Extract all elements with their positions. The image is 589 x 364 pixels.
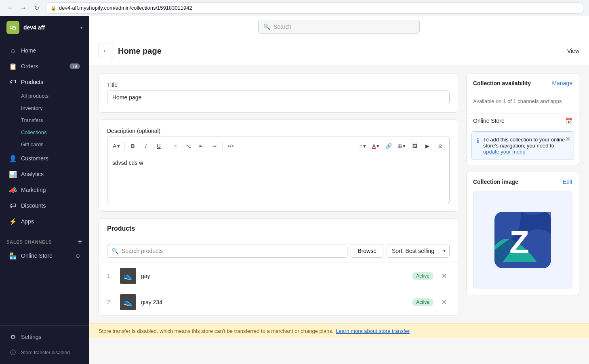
svg-text:👟: 👟	[124, 298, 133, 307]
page-header: ← Home page View	[89, 37, 589, 65]
store-transfer-icon: ⓘ	[9, 349, 17, 357]
banner-text: Store transfer is disabled, which means …	[99, 328, 333, 334]
collection-image-title: Collection image	[473, 179, 518, 185]
sidebar-item-apps[interactable]: ⚡ Apps	[2, 214, 86, 229]
home-icon: ⌂	[9, 46, 17, 55]
online-store-label: Online Store	[21, 252, 53, 259]
table-button[interactable]: ⊞ ▾	[396, 140, 407, 151]
customers-icon: 👤	[9, 154, 17, 162]
search-placeholder: Search	[273, 23, 291, 30]
image-button[interactable]: 🖼	[409, 140, 420, 151]
title-label: Title	[107, 82, 450, 88]
main-column: Title Description (optional) A ▾ B	[99, 73, 458, 316]
forward-button[interactable]: →	[18, 2, 29, 14]
sidebar-item-marketing[interactable]: 📣 Marketing	[2, 182, 86, 198]
sidebar-item-all-products[interactable]: All products	[2, 90, 86, 102]
all-products-label: All products	[21, 93, 48, 99]
info-close-button[interactable]: ✕	[565, 135, 570, 143]
calendar-icon[interactable]: 📅	[566, 118, 572, 124]
toolbar-divider-1	[124, 142, 125, 150]
font-color-button[interactable]: A ▾	[370, 140, 381, 151]
back-button[interactable]: ←	[5, 2, 16, 14]
product-2-status: Active	[412, 298, 433, 306]
orders-icon: 📋	[9, 62, 17, 70]
sidebar-item-discounts[interactable]: 🏷 Discounts	[2, 198, 86, 213]
address-bar[interactable]: 🔒 dev4-aff.myshopify.com/admin/collectio…	[45, 2, 584, 14]
code-button[interactable]: </>	[225, 140, 236, 151]
sidebar-item-analytics[interactable]: 📊 Analytics	[2, 166, 86, 182]
sales-channels-label: SALES CHANNELS	[6, 240, 52, 244]
availability-text: Available on 1 of 1 channels and apps	[473, 98, 572, 104]
sidebar-header: 🛍 dev4 aff ▾	[0, 16, 89, 39]
svg-text:👟: 👟	[124, 271, 133, 280]
ordered-list-button[interactable]: ⌥	[183, 140, 194, 151]
product-2-remove-button[interactable]: ✕	[438, 297, 450, 308]
sidebar-item-orders[interactable]: 📋 Orders 79	[2, 59, 86, 74]
lock-icon: 🔒	[50, 5, 57, 11]
browse-button[interactable]: Browse	[351, 244, 383, 258]
manage-link[interactable]: Manage	[552, 80, 572, 86]
indent-button[interactable]: ⇥	[208, 140, 220, 151]
sidebar-item-products[interactable]: 🏷 Products	[2, 74, 86, 90]
description-card: Description (optional) A ▾ B I U ≡	[99, 119, 458, 212]
svg-text:Z: Z	[509, 224, 528, 260]
global-search-bar[interactable]: 🔍 Search	[258, 20, 420, 34]
italic-button[interactable]: I	[140, 140, 151, 151]
sidebar-item-collections[interactable]: Collections	[2, 126, 86, 138]
bold-button[interactable]: B	[127, 140, 139, 151]
product-1-thumb: 👟	[120, 268, 136, 284]
sidebar-item-settings[interactable]: ⚙ Settings	[2, 329, 86, 345]
link-button[interactable]: 🔗	[383, 140, 394, 151]
product-1-remove-button[interactable]: ✕	[438, 270, 450, 282]
font-size-button[interactable]: A ▾	[111, 140, 122, 151]
info-text: To add this collection to your online st…	[483, 137, 569, 155]
sidebar-item-inventory[interactable]: Inventory	[2, 102, 86, 114]
title-input[interactable]	[107, 90, 450, 104]
collection-availability-body: Available on 1 of 1 channels and apps	[467, 93, 579, 113]
shop-dropdown-icon[interactable]: ▾	[80, 25, 82, 30]
products-search-wrap[interactable]: 🔍	[107, 244, 347, 258]
back-arrow-icon: ←	[103, 47, 109, 55]
product-row-1: 1. 👟 gay Active ✕	[99, 263, 458, 289]
sidebar-item-transfers[interactable]: Transfers	[2, 114, 86, 126]
gift-cards-label: Gift cards	[21, 141, 44, 147]
clear-format-button[interactable]: ⊘	[435, 140, 446, 151]
back-to-collections-button[interactable]: ←	[99, 44, 113, 58]
online-store-settings-icon[interactable]: ⊙	[76, 253, 80, 259]
marketing-icon: 📣	[9, 186, 17, 194]
product-row-2: 2. 👟 giay 234 Active ✕	[99, 289, 458, 315]
sidebar-item-home[interactable]: ⌂ Home	[2, 43, 86, 58]
underline-button[interactable]: U	[153, 140, 164, 151]
browser-nav-buttons: ← → ↻	[5, 2, 42, 14]
collection-image-preview: Z	[473, 191, 572, 288]
video-button[interactable]: ▶	[422, 140, 433, 151]
online-store-icon: 🏪	[9, 252, 17, 260]
shop-name: dev4 aff	[23, 24, 45, 31]
sidebar-item-home-label: Home	[21, 47, 36, 54]
products-search-input[interactable]	[122, 244, 343, 257]
view-link[interactable]: View	[567, 48, 579, 54]
collection-image-card: Collection image Edit	[466, 172, 579, 295]
sidebar-item-customers[interactable]: 👤 Customers	[2, 151, 86, 166]
sort-select[interactable]: Sort: Best selling Title A-Z Title Z-A P…	[387, 244, 450, 258]
update-menu-link[interactable]: update your menu	[483, 149, 526, 155]
sidebar-item-gift-cards[interactable]: Gift cards	[2, 139, 86, 150]
unordered-list-button[interactable]: ≡	[170, 140, 181, 151]
bottom-banner: Store transfer is disabled, which means …	[89, 324, 589, 338]
sidebar-item-online-store[interactable]: 🏪 Online Store ⊙	[2, 248, 86, 263]
products-header: Products	[99, 219, 458, 239]
page-header-left: ← Home page	[99, 44, 162, 58]
products-search-row: 🔍 Browse Sort: Best selling Title A-Z Ti…	[99, 239, 458, 263]
shop-icon: 🛍	[6, 21, 19, 34]
content-area: Title Description (optional) A ▾ B	[89, 65, 589, 324]
description-editor[interactable]: sdvsd cds w	[107, 155, 450, 203]
align-button[interactable]: ≡ ▾	[357, 140, 368, 151]
product-1-status: Active	[412, 272, 433, 280]
learn-more-link[interactable]: Learn more about store transfer	[336, 328, 410, 334]
add-sales-channel-button[interactable]: +	[78, 238, 82, 246]
global-topbar: 🔍 Search	[89, 16, 589, 37]
info-box: ℹ To add this collection to your online …	[471, 131, 574, 160]
edit-image-link[interactable]: Edit	[563, 179, 572, 185]
reload-button[interactable]: ↻	[31, 2, 42, 14]
outdent-button[interactable]: ⇤	[196, 140, 207, 151]
